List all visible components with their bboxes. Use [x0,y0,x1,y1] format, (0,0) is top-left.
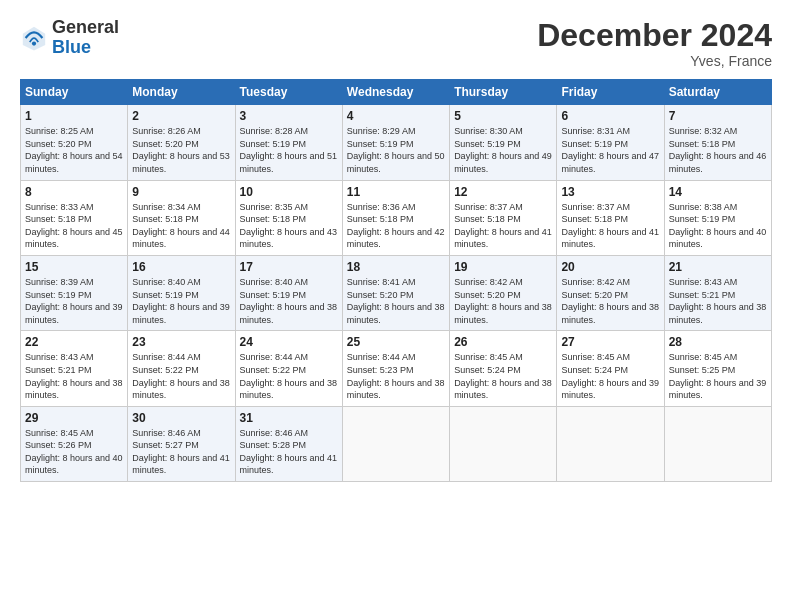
table-row: 19 Sunrise: 8:42 AMSunset: 5:20 PMDaylig… [450,255,557,330]
table-row: 20 Sunrise: 8:42 AMSunset: 5:20 PMDaylig… [557,255,664,330]
table-row [557,406,664,481]
calendar-table: Sunday Monday Tuesday Wednesday Thursday… [20,79,772,482]
day-info: Sunrise: 8:45 AMSunset: 5:26 PMDaylight:… [25,428,123,476]
month-title: December 2024 [537,18,772,53]
table-row: 15 Sunrise: 8:39 AMSunset: 5:19 PMDaylig… [21,255,128,330]
day-number: 19 [454,260,552,274]
svg-point-1 [32,41,36,45]
calendar-week-row: 15 Sunrise: 8:39 AMSunset: 5:19 PMDaylig… [21,255,772,330]
day-info: Sunrise: 8:44 AMSunset: 5:22 PMDaylight:… [132,352,230,400]
table-row: 9 Sunrise: 8:34 AMSunset: 5:18 PMDayligh… [128,180,235,255]
day-info: Sunrise: 8:43 AMSunset: 5:21 PMDaylight:… [25,352,123,400]
day-info: Sunrise: 8:45 AMSunset: 5:24 PMDaylight:… [454,352,552,400]
day-info: Sunrise: 8:43 AMSunset: 5:21 PMDaylight:… [669,277,767,325]
day-info: Sunrise: 8:25 AMSunset: 5:20 PMDaylight:… [25,126,123,174]
table-row: 21 Sunrise: 8:43 AMSunset: 5:21 PMDaylig… [664,255,771,330]
day-info: Sunrise: 8:36 AMSunset: 5:18 PMDaylight:… [347,202,445,250]
day-info: Sunrise: 8:40 AMSunset: 5:19 PMDaylight:… [132,277,230,325]
table-row: 6 Sunrise: 8:31 AMSunset: 5:19 PMDayligh… [557,105,664,180]
table-row: 26 Sunrise: 8:45 AMSunset: 5:24 PMDaylig… [450,331,557,406]
table-row: 13 Sunrise: 8:37 AMSunset: 5:18 PMDaylig… [557,180,664,255]
table-row: 10 Sunrise: 8:35 AMSunset: 5:18 PMDaylig… [235,180,342,255]
table-row: 7 Sunrise: 8:32 AMSunset: 5:18 PMDayligh… [664,105,771,180]
header-row: Sunday Monday Tuesday Wednesday Thursday… [21,80,772,105]
day-number: 21 [669,260,767,274]
day-number: 22 [25,335,123,349]
day-info: Sunrise: 8:38 AMSunset: 5:19 PMDaylight:… [669,202,767,250]
day-info: Sunrise: 8:32 AMSunset: 5:18 PMDaylight:… [669,126,767,174]
header-thursday: Thursday [450,80,557,105]
day-number: 26 [454,335,552,349]
table-row: 11 Sunrise: 8:36 AMSunset: 5:18 PMDaylig… [342,180,449,255]
day-info: Sunrise: 8:33 AMSunset: 5:18 PMDaylight:… [25,202,123,250]
table-row [342,406,449,481]
header-monday: Monday [128,80,235,105]
day-number: 3 [240,109,338,123]
day-info: Sunrise: 8:28 AMSunset: 5:19 PMDaylight:… [240,126,338,174]
day-info: Sunrise: 8:29 AMSunset: 5:19 PMDaylight:… [347,126,445,174]
day-number: 11 [347,185,445,199]
day-number: 4 [347,109,445,123]
page: General Blue December 2024 Yves, France … [0,0,792,492]
day-number: 23 [132,335,230,349]
day-info: Sunrise: 8:42 AMSunset: 5:20 PMDaylight:… [561,277,659,325]
calendar-week-row: 1 Sunrise: 8:25 AMSunset: 5:20 PMDayligh… [21,105,772,180]
table-row: 25 Sunrise: 8:44 AMSunset: 5:23 PMDaylig… [342,331,449,406]
day-info: Sunrise: 8:31 AMSunset: 5:19 PMDaylight:… [561,126,659,174]
day-info: Sunrise: 8:35 AMSunset: 5:18 PMDaylight:… [240,202,338,250]
table-row: 30 Sunrise: 8:46 AMSunset: 5:27 PMDaylig… [128,406,235,481]
day-info: Sunrise: 8:42 AMSunset: 5:20 PMDaylight:… [454,277,552,325]
day-number: 14 [669,185,767,199]
header-sunday: Sunday [21,80,128,105]
day-info: Sunrise: 8:46 AMSunset: 5:27 PMDaylight:… [132,428,230,476]
day-number: 20 [561,260,659,274]
table-row: 3 Sunrise: 8:28 AMSunset: 5:19 PMDayligh… [235,105,342,180]
table-row: 22 Sunrise: 8:43 AMSunset: 5:21 PMDaylig… [21,331,128,406]
table-row: 17 Sunrise: 8:40 AMSunset: 5:19 PMDaylig… [235,255,342,330]
day-info: Sunrise: 8:41 AMSunset: 5:20 PMDaylight:… [347,277,445,325]
day-number: 10 [240,185,338,199]
day-number: 30 [132,411,230,425]
header: General Blue December 2024 Yves, France [20,18,772,69]
header-saturday: Saturday [664,80,771,105]
day-number: 15 [25,260,123,274]
location: Yves, France [537,53,772,69]
day-number: 29 [25,411,123,425]
day-info: Sunrise: 8:46 AMSunset: 5:28 PMDaylight:… [240,428,338,476]
day-info: Sunrise: 8:45 AMSunset: 5:24 PMDaylight:… [561,352,659,400]
table-row: 27 Sunrise: 8:45 AMSunset: 5:24 PMDaylig… [557,331,664,406]
day-number: 24 [240,335,338,349]
calendar-week-row: 8 Sunrise: 8:33 AMSunset: 5:18 PMDayligh… [21,180,772,255]
day-number: 28 [669,335,767,349]
day-info: Sunrise: 8:37 AMSunset: 5:18 PMDaylight:… [561,202,659,250]
calendar-week-row: 22 Sunrise: 8:43 AMSunset: 5:21 PMDaylig… [21,331,772,406]
day-info: Sunrise: 8:26 AMSunset: 5:20 PMDaylight:… [132,126,230,174]
day-number: 25 [347,335,445,349]
day-number: 6 [561,109,659,123]
day-number: 1 [25,109,123,123]
day-number: 18 [347,260,445,274]
table-row: 14 Sunrise: 8:38 AMSunset: 5:19 PMDaylig… [664,180,771,255]
day-number: 17 [240,260,338,274]
day-number: 8 [25,185,123,199]
table-row: 8 Sunrise: 8:33 AMSunset: 5:18 PMDayligh… [21,180,128,255]
day-info: Sunrise: 8:37 AMSunset: 5:18 PMDaylight:… [454,202,552,250]
table-row: 29 Sunrise: 8:45 AMSunset: 5:26 PMDaylig… [21,406,128,481]
day-number: 9 [132,185,230,199]
logo-general-text: General [52,17,119,37]
header-tuesday: Tuesday [235,80,342,105]
table-row: 28 Sunrise: 8:45 AMSunset: 5:25 PMDaylig… [664,331,771,406]
day-info: Sunrise: 8:44 AMSunset: 5:22 PMDaylight:… [240,352,338,400]
day-number: 13 [561,185,659,199]
day-info: Sunrise: 8:45 AMSunset: 5:25 PMDaylight:… [669,352,767,400]
header-wednesday: Wednesday [342,80,449,105]
table-row: 18 Sunrise: 8:41 AMSunset: 5:20 PMDaylig… [342,255,449,330]
day-number: 5 [454,109,552,123]
table-row: 16 Sunrise: 8:40 AMSunset: 5:19 PMDaylig… [128,255,235,330]
day-info: Sunrise: 8:40 AMSunset: 5:19 PMDaylight:… [240,277,338,325]
day-info: Sunrise: 8:44 AMSunset: 5:23 PMDaylight:… [347,352,445,400]
day-info: Sunrise: 8:30 AMSunset: 5:19 PMDaylight:… [454,126,552,174]
day-number: 2 [132,109,230,123]
day-number: 12 [454,185,552,199]
table-row: 5 Sunrise: 8:30 AMSunset: 5:19 PMDayligh… [450,105,557,180]
